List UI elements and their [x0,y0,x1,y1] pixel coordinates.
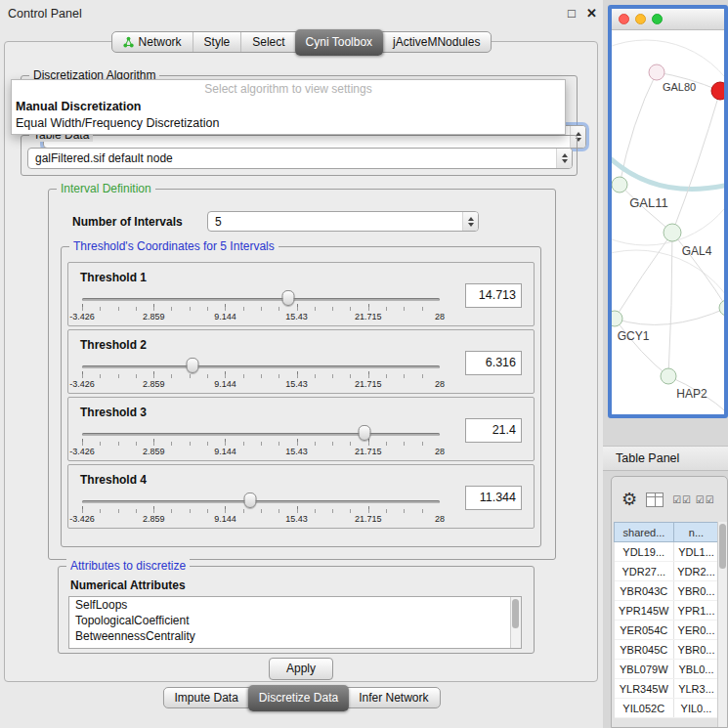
tab-cyni-toolbox[interactable]: Cyni Toolbox [295,29,383,56]
table-row[interactable]: YBR043CYBR0... [615,581,719,601]
table-cell[interactable]: YDL19... [615,542,674,562]
threshold-value-field[interactable]: 6.316 [465,351,522,375]
slider-track[interactable] [82,298,440,301]
tick-label: 9.144 [214,312,236,321]
threshold-value-field[interactable]: 21.4 [465,418,522,443]
close-traffic-light[interactable] [619,14,629,24]
table-cell[interactable]: YIL052C [615,699,674,718]
slider-tick-labels: -3.4262.8599.14415.4321.71528 [82,447,440,458]
slider-thumb[interactable] [282,290,295,306]
attribute-list-item[interactable]: TopologicalCoefficient [69,613,521,628]
table-row[interactable]: YIL052CYIL0... [615,699,719,718]
table-cell[interactable]: YDR27... [615,562,674,581]
tab-jactivemnodules[interactable]: jActiveMNodules [382,32,491,52]
network-node[interactable] [612,177,627,193]
table-row[interactable]: YDR27...YDR2... [615,562,719,581]
gear-icon[interactable]: ⚙ [621,489,637,510]
tab-select[interactable]: Select [240,32,295,52]
network-edge[interactable] [612,155,724,190]
network-edge[interactable] [615,308,724,324]
threshold-slider[interactable]: -3.4262.8599.14415.4321.71528 [82,423,440,460]
table-cell[interactable]: YER0... [674,621,719,640]
table-cell[interactable]: YLR345W [615,679,674,699]
minimize-traffic-light[interactable] [635,14,646,24]
table-panel-header[interactable]: Table Panel [603,446,728,471]
tab-impute-data[interactable]: Impute Data [163,688,248,707]
columns-icon[interactable] [646,492,664,507]
table-row[interactable]: YLR345WYLR3... [615,679,719,699]
tab-discretize-data[interactable]: Discretize Data [248,685,349,711]
slider-minor-ticks [82,374,440,378]
slider-tick-labels: -3.4262.8599.14415.4321.71528 [82,312,440,323]
threshold-value-field[interactable]: 11.344 [465,486,522,510]
stepper-icon[interactable] [462,212,478,231]
network-node[interactable] [711,82,724,100]
tab-style[interactable]: Style [193,32,241,52]
zoom-traffic-light[interactable] [652,14,663,24]
attributes-list-scrollbar[interactable] [510,597,521,648]
table-cell[interactable]: YLR3... [674,679,719,699]
table-row[interactable]: YBL079WYBL0... [615,660,719,679]
table-cell[interactable]: YBL079W [615,660,674,679]
threshold-value-field[interactable]: 14.713 [465,283,522,308]
algorithm-option[interactable]: Equal Width/Frequency Discretization [12,115,565,132]
checkbox-icons[interactable]: ☑☑ ☑☑ [672,494,715,505]
table-row[interactable]: YPR145WYPR1... [615,601,719,621]
table-cell[interactable]: YBR043C [615,581,674,601]
apply-button[interactable]: Apply [269,658,333,680]
attribute-list-item[interactable]: SelfLoops [69,597,521,613]
threshold-slider[interactable]: -3.4262.8599.14415.4321.71528 [82,288,440,325]
table-cell[interactable]: YDL1... [674,542,719,562]
network-edge[interactable] [615,319,668,376]
table-data-combobox[interactable]: galFiltered.sif default node [27,148,573,169]
threshold-slider[interactable]: -3.4262.8599.14415.4321.71528 [82,356,440,393]
tab-network[interactable]: Network [112,32,193,52]
network-node[interactable] [612,311,622,326]
table-cell[interactable]: YER054C [615,621,674,640]
slider-track[interactable] [82,365,440,368]
threshold-slider[interactable]: -3.4262.8599.14415.4321.71528 [82,491,440,528]
network-node-label: HAP2 [676,387,707,401]
number-of-intervals-combobox[interactable]: 5 [207,211,479,232]
network-node[interactable] [719,300,724,316]
table-cell[interactable]: YBR0... [674,581,719,601]
network-edge[interactable] [668,233,672,376]
slider-thumb[interactable] [187,358,199,373]
scrollbar-thumb[interactable] [719,524,726,569]
table-cell[interactable]: YDR2... [674,562,719,581]
slider-thumb[interactable] [359,425,371,441]
table-row[interactable]: YBR045CYBR0... [615,640,719,660]
table-cell[interactable]: YBL0... [674,660,719,679]
network-node[interactable] [661,368,676,384]
algorithm-option[interactable]: Manual Discretization [12,99,565,115]
table-cell[interactable]: YPR1... [674,601,719,621]
close-window-icon[interactable]: ✕ [586,6,597,21]
tab-infer-network[interactable]: Infer Network [348,688,439,707]
network-canvas-svg[interactable]: GAL80GAL11GAL4GCY1HAP2 [612,30,724,414]
slider-track[interactable] [82,500,440,503]
network-node[interactable] [649,64,664,80]
float-window-icon[interactable]: □ [568,6,576,21]
node-table-body: YDL19...YDL1...YDR27...YDR2...YBR043CYBR… [615,542,719,718]
table-cell[interactable]: YBR0... [674,640,719,660]
table-toolbar: ⚙ ☑☑ ☑☑ [612,477,727,522]
network-view-window[interactable]: GAL80GAL11GAL4GCY1HAP2 [608,5,728,418]
scrollbar-thumb[interactable] [512,599,519,628]
network-canvas[interactable]: GAL80GAL11GAL4GCY1HAP2 [612,30,724,414]
column-header-name[interactable]: n... [674,523,719,542]
table-scrollbar[interactable] [717,522,727,727]
network-edge[interactable] [672,91,720,233]
table-cell[interactable]: YPR145W [615,601,674,621]
numerical-attributes-list[interactable]: SelfLoopsTopologicalCoefficientBetweenne… [68,596,522,649]
tick-label: 28 [435,379,445,389]
table-row[interactable]: YDL19...YDL1... [615,542,719,562]
table-cell[interactable]: YBR045C [615,640,674,660]
table-row[interactable]: YER054CYER0... [615,621,719,640]
table-cell[interactable]: YIL0... [674,699,719,718]
column-header-shared-name[interactable]: shared... [615,523,674,542]
network-node[interactable] [664,224,681,241]
slider-track[interactable] [82,433,440,436]
attribute-list-item[interactable]: BetweennessCentrality [69,628,521,644]
stepper-icon[interactable] [556,149,572,168]
slider-thumb[interactable] [244,492,257,508]
